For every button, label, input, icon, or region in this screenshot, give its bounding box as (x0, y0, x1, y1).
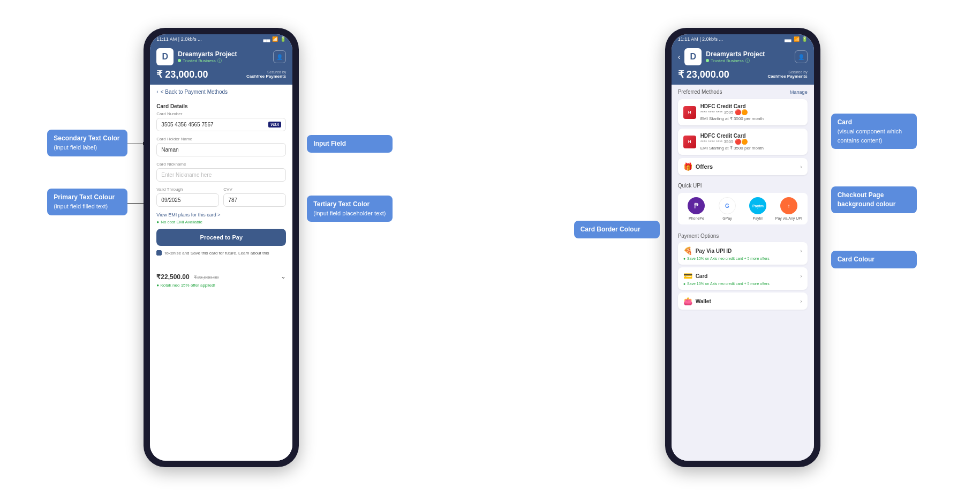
right-card-option[interactable]: 💳 Card › ● Save 15% on Axis neo credit c… (678, 267, 808, 290)
left-emi-link[interactable]: View EMI plans for this card > (156, 212, 286, 218)
left-kotak-offer: ● Kotak neo 15% offer applied! (156, 283, 286, 288)
annotation-input-title: Input Field (313, 140, 346, 147)
right-app-title: Dreamyarts Project (706, 50, 790, 58)
right-wallet-name: Wallet (696, 298, 711, 304)
right-gpay-label: GPay (722, 216, 732, 220)
left-holder-value: Naman (161, 147, 178, 153)
right-offers-left: 🎁 Offers (683, 162, 713, 171)
right-upi-id-offer-text: Save 15% on Axis neo credit card + 5 mor… (687, 257, 770, 260)
right-gpay-logo: G (719, 197, 736, 214)
right-hdfc-name-2: HDFC Credit Card (700, 133, 802, 139)
left-amount-details-row[interactable]: ₹22,500.00 ₹23,000.00 ⌄ (156, 272, 286, 281)
annotation-card-border: Card Border Colour (574, 221, 660, 238)
annotation-tertiary-text: Tertiary Text Color (input field placeho… (307, 196, 393, 222)
left-card-number-input[interactable]: 3505 4356 4565 7567 VISA (156, 118, 286, 131)
right-hdfc-details-1: HDFC Credit Card **** **** **** 3505 🔴🟠 … (700, 103, 802, 121)
right-paytm-item[interactable]: Paytm Paytm (744, 197, 773, 220)
left-card-number-value: 3505 4356 4565 7567 (161, 122, 213, 128)
right-card-chevron[interactable]: › (800, 273, 802, 279)
left-expiry-value: 09/2025 (161, 197, 180, 203)
left-expiry-group: Valid Through 09/2025 (156, 187, 219, 207)
right-hdfc-card-2[interactable]: H HDFC Credit Card **** **** **** 3505 🔴… (678, 129, 808, 155)
right-payment-options-label: Payment Options (678, 233, 808, 239)
right-anyupi-label: Pay via Any UPI (775, 216, 802, 220)
left-kotak-offer-text: Kotak neo 15% offer applied! (160, 283, 215, 288)
left-holder-input[interactable]: Naman (156, 143, 286, 156)
left-amount-final: ₹22,500.00 (156, 273, 189, 281)
left-expiry-input[interactable]: 09/2025 (156, 193, 219, 207)
right-header-icon[interactable]: 👤 (795, 50, 808, 63)
left-card-number-group: Card Number 3505 4356 4565 7567 VISA (156, 111, 286, 131)
left-cvv-label: CVV (223, 187, 286, 192)
left-holder-label: Card Holder Name (156, 137, 286, 141)
right-phonepe-label: PhonePe (689, 216, 704, 220)
right-preferred-header: Preferred Methods Manage (678, 89, 808, 95)
right-secured-label: Secured by (767, 70, 807, 74)
right-upi-id-name: Pay Via UPI ID (696, 248, 732, 254)
right-hdfc-name-1: HDFC Credit Card (700, 103, 802, 109)
left-back-nav[interactable]: ‹ < Back to Payment Methods (150, 85, 292, 99)
right-hdfc-icon-1: H (683, 106, 696, 119)
left-trusted-text: Trusted Business (183, 58, 216, 63)
left-back-nav-text: < Back to Payment Methods (161, 89, 228, 95)
left-cvv-value: 787 (228, 197, 237, 203)
left-trusted-badge: Trusted Business ⓘ (178, 58, 269, 64)
left-cvv-input[interactable]: 787 (223, 193, 286, 207)
annotation-primary-text: Primary Text Colour (input field filled … (47, 189, 127, 215)
annotation-card-colour-title: Card Colour (838, 256, 875, 263)
right-card-icon: 💳 (683, 272, 692, 280)
left-card-number-label: Card Number (156, 111, 286, 116)
left-no-emi-text: No cost EMI Available (161, 220, 202, 224)
right-anyupi-logo: ↑ (780, 197, 797, 214)
left-card-form: Card Number 3505 4356 4565 7567 VISA Car… (150, 111, 292, 265)
right-anyupi-item[interactable]: ↑ Pay via Any UPI (774, 197, 803, 220)
left-app-logo: D (156, 48, 174, 65)
right-cashfree: Cashfree Payments (767, 74, 807, 79)
right-paytm-logo: Paytm (749, 197, 766, 214)
annotation-input-field: Input Field (307, 135, 393, 153)
right-trusted-badge: Trusted Business ⓘ (706, 58, 790, 64)
left-cvv-group: CVV 787 (223, 187, 286, 207)
left-app-title: Dreamyarts Project (178, 50, 269, 58)
annotation-secondary-title: Secondary Text Color (54, 134, 119, 142)
annotation-tertiary-title: Tertiary Text Color (313, 200, 370, 208)
right-card-offer: ● Save 15% on Axis neo credit card + 5 m… (683, 282, 802, 286)
annotation-card-border-title: Card Border Colour (581, 226, 640, 233)
left-tokenise-checkbox[interactable] (156, 250, 162, 256)
right-app-logo: D (684, 48, 702, 65)
right-upi-id-option[interactable]: 🍕 Pay Via UPI ID › ● Save 15% on Axis ne… (678, 242, 808, 265)
annotation-secondary-subtitle: (input field label) (54, 144, 97, 151)
right-gpay-item[interactable]: G GPay (713, 197, 742, 220)
left-expiry-cvv-row: Valid Through 09/2025 CVV 787 (156, 187, 286, 212)
right-status-bar-text: 11:11 AM | 2.0kb/s ... (678, 36, 723, 42)
left-header-icon[interactable]: 👤 (273, 50, 286, 63)
right-phonepe-logo: ₱ (688, 197, 705, 214)
right-manage-link[interactable]: Manage (790, 89, 808, 95)
left-tokenise-row: Tokenise and Save this card for future. … (156, 250, 286, 256)
right-hdfc-card-1[interactable]: H HDFC Credit Card **** **** **** 3505 🔴… (678, 99, 808, 125)
right-offers-chevron[interactable]: › (800, 164, 802, 170)
right-hdfc-number-2: **** **** **** 3505 🔴🟠 (700, 139, 802, 145)
right-offers-card[interactable]: 🎁 Offers › (678, 158, 808, 175)
right-wallet-option[interactable]: 👛 Wallet › (678, 292, 808, 310)
annotation-card-component: Card (visual component which contains co… (831, 114, 917, 149)
right-payment-options-section: Payment Options 🍕 Pay Via UPI ID › (672, 233, 814, 310)
left-amount-values: ₹22,500.00 ₹23,000.00 (156, 272, 218, 281)
right-upi-id-left: 🍕 Pay Via UPI ID (683, 246, 732, 255)
left-nickname-input[interactable]: Enter Nickname here (156, 168, 286, 182)
annotation-primary-subtitle: (input field filled text) (54, 203, 108, 209)
right-upi-id-chevron[interactable]: › (800, 248, 802, 254)
right-trusted-text: Trusted Business (711, 58, 744, 63)
left-proceed-btn[interactable]: Proceed to Pay (156, 229, 286, 246)
right-wallet-chevron[interactable]: › (800, 298, 802, 304)
annotation-card-title: Card (838, 118, 852, 126)
right-phonepe-item[interactable]: ₱ PhonePe (682, 197, 711, 220)
left-amount-original: ₹23,000.00 (194, 275, 218, 280)
left-nickname-group: Card Nickname Enter Nickname here (156, 162, 286, 182)
right-phone-mockup: 11:11 AM | 2.0kb/s ... ▄▄ 📶 🔋 ‹ D (665, 28, 820, 467)
left-no-emi: ● No cost EMI Available (156, 220, 286, 224)
right-hdfc-num-text-2: **** **** **** 3505 (700, 139, 734, 144)
right-preferred-section: Preferred Methods Manage H HDFC Credit C… (672, 85, 814, 183)
left-chevron-down[interactable]: ⌄ (281, 273, 286, 280)
right-back-btn[interactable]: ‹ (678, 52, 681, 61)
